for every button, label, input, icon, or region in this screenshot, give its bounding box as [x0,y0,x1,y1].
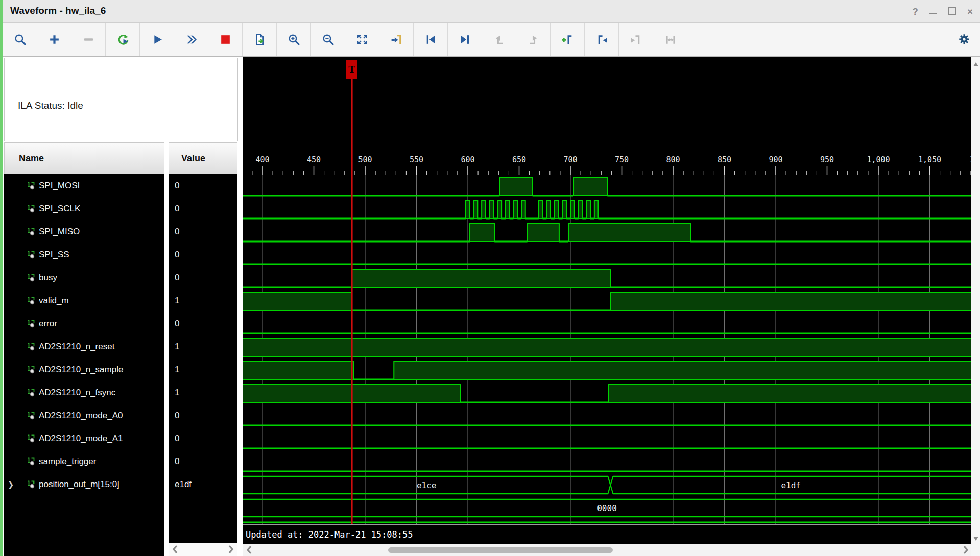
run-trigger-immediate-icon [151,33,163,46]
run-all-icon [185,33,198,46]
signal-name-label: AD2S1210_mode_A1 [39,433,123,444]
signal-value-cell[interactable]: 0 [169,450,237,473]
signal-row[interactable]: SPI_SS [4,243,164,266]
close-button[interactable]: × [967,7,973,16]
zoom-out-button[interactable] [311,23,345,56]
zoom-out-icon [322,33,334,46]
signal-row[interactable]: SPI_MISO [4,220,164,243]
help-button[interactable]: ? [912,7,918,16]
waveform-hscrollbar[interactable] [243,544,971,556]
signal-value-cell[interactable]: e1df [169,473,237,496]
value-header-label: Value [169,153,205,164]
next-transition-icon [527,33,540,46]
previous-marker-icon [595,33,608,46]
signal-name-label: AD2S1210_n_fsync [39,388,115,398]
svg-text:950: 950 [820,155,834,164]
signal-row[interactable]: error [4,312,164,335]
signal-icon [27,365,35,374]
run-trigger-immediate-button[interactable] [140,23,174,56]
signal-value-cell[interactable]: 0 [169,220,237,243]
signal-value-label: 0 [169,204,179,214]
signal-value-cell[interactable]: 0 [169,174,237,197]
signal-row[interactable]: busy [4,266,164,289]
waveform-vscrollbar[interactable] [971,57,980,556]
svg-text:450: 450 [307,155,321,164]
swap-markers-icon [664,33,677,46]
signal-value-cell[interactable]: 1 [169,381,237,404]
svg-text:850: 850 [718,155,731,164]
add-probes-button[interactable] [37,23,71,56]
signal-value-cell[interactable]: 0 [169,312,237,335]
signal-row[interactable]: valid_m [4,289,164,312]
signal-value-cell[interactable]: 0 [169,266,237,289]
add-marker-button[interactable] [551,23,585,56]
previous-marker-button[interactable] [585,23,619,56]
value-column-header[interactable]: Value [169,142,237,174]
search-icon [14,33,27,46]
vscroll-down-icon[interactable] [973,537,978,541]
signal-value-label: 0 [169,456,179,467]
svg-text:600: 600 [461,155,474,164]
name-header-label: Name [5,153,44,164]
signal-row[interactable]: sample_trigger [4,450,164,473]
scroll-right-icon[interactable] [227,545,234,554]
settings-button[interactable] [952,28,976,51]
signal-value-label: 0 [169,410,179,421]
signal-value-cell[interactable]: 1 [169,289,237,312]
signal-row[interactable]: SPI_SCLK [4,197,164,220]
signal-row[interactable]: AD2S1210_n_fsync [4,381,164,404]
signal-row[interactable]: ❯ position_out_m[15:0] [4,473,164,496]
minimize-button[interactable] [929,13,937,14]
swap-markers-button [653,23,687,56]
signal-value-label: 0 [169,227,179,237]
name-column-header[interactable]: Name [4,142,164,174]
maximize-button[interactable] [948,7,956,15]
gear-icon [958,33,971,46]
signal-value-rows: 0000010111000e1df [169,174,237,543]
signal-name-label: SPI_MISO [39,227,80,237]
hscroll-thumb[interactable] [388,547,613,553]
signal-row[interactable]: AD2S1210_mode_A1 [4,427,164,450]
window-controls: ?× [912,0,973,22]
signal-row[interactable]: SPI_MOSI [4,174,164,197]
signal-value-cell[interactable]: 1 [169,358,237,381]
go-to-trigger-icon [390,33,403,46]
signal-value-label: 0 [169,181,179,191]
go-to-start-button[interactable] [414,23,448,56]
go-to-trigger-button[interactable] [379,23,414,56]
scroll-left-icon[interactable] [172,545,179,554]
zoom-in-button[interactable] [277,23,311,56]
svg-text:400: 400 [255,155,269,164]
hscroll-right-icon[interactable] [962,545,969,554]
signal-row[interactable]: AD2S1210_n_reset [4,335,164,358]
svg-text:1,050: 1,050 [918,155,941,164]
waveform-canvas[interactable]: 4004505005506006507007508008509009501,00… [243,57,971,524]
go-to-start-icon [424,33,437,46]
stop-trigger-button[interactable] [208,23,243,56]
signal-value-cell[interactable]: 0 [169,197,237,220]
expand-chevron-icon[interactable]: ❯ [4,480,17,489]
search-button[interactable] [3,23,37,56]
export-data-button[interactable] [243,23,277,56]
go-to-end-button[interactable] [448,23,482,56]
signal-value-cell[interactable]: 1 [169,335,237,358]
run-trigger-button[interactable] [106,23,140,56]
remove-probes-icon [82,33,95,46]
hscroll-left-icon[interactable] [246,545,253,554]
go-to-end-icon [459,33,471,46]
zoom-fit-button[interactable] [345,23,379,56]
signal-value-cell[interactable]: 0 [169,427,237,450]
add-marker-icon [561,33,574,46]
signal-name-label: AD2S1210_n_sample [39,365,123,375]
signal-value-label: e1df [169,479,192,490]
ila-status-panel: ILA Status: Idle [4,58,238,141]
signal-row[interactable]: AD2S1210_n_sample [4,358,164,381]
signal-row[interactable]: AD2S1210_mode_A0 [4,404,164,427]
signal-value-cell[interactable]: 0 [169,243,237,266]
vscroll-up-icon[interactable] [973,62,978,66]
bus-icon [27,480,35,489]
signal-name-label: busy [39,273,57,283]
signal-icon [27,342,35,351]
run-all-button[interactable] [174,23,208,56]
signal-value-cell[interactable]: 0 [169,404,237,427]
